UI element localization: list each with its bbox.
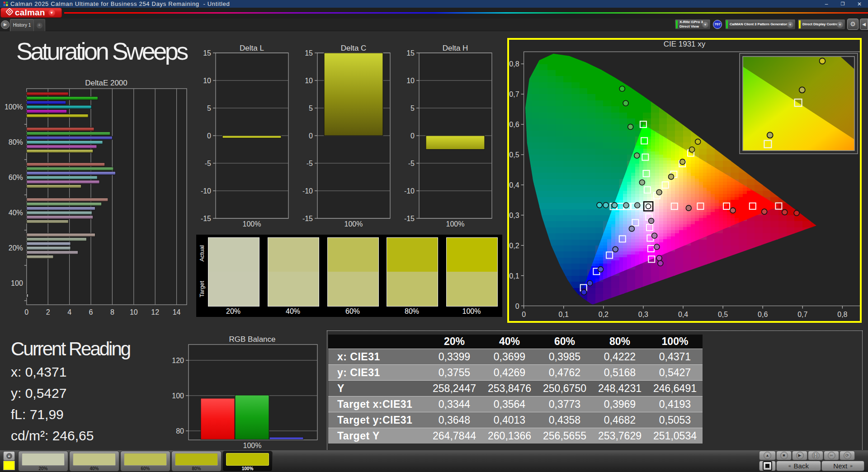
svg-text:0,3: 0,3	[509, 212, 519, 219]
svg-text:RGB Balance: RGB Balance	[229, 335, 276, 344]
svg-text:0,2: 0,2	[509, 242, 519, 250]
svg-text:100: 100	[172, 392, 184, 400]
svg-text:-15: -15	[201, 215, 211, 222]
svg-text:-5: -5	[408, 160, 415, 167]
svg-text:-10: -10	[201, 187, 211, 195]
svg-text:15: 15	[305, 49, 313, 57]
svg-text:-5: -5	[307, 160, 313, 167]
svg-text:2: 2	[46, 308, 50, 316]
svg-text:-15: -15	[302, 215, 313, 222]
svg-text:0,1: 0,1	[559, 311, 569, 318]
svg-text:Delta C: Delta C	[341, 44, 367, 52]
svg-text:0,5: 0,5	[509, 151, 519, 159]
svg-text:DeltaE 2000: DeltaE 2000	[85, 79, 127, 87]
svg-text:0,6: 0,6	[509, 121, 519, 128]
svg-text:4: 4	[67, 308, 71, 316]
svg-text:14: 14	[173, 308, 181, 316]
svg-text:15: 15	[406, 49, 415, 57]
svg-text:0,5: 0,5	[718, 311, 728, 318]
svg-text:100%: 100%	[344, 220, 363, 228]
svg-text:0: 0	[207, 132, 211, 140]
svg-text:5: 5	[207, 104, 211, 112]
svg-text:0,4: 0,4	[678, 311, 688, 318]
svg-text:6: 6	[89, 308, 93, 316]
svg-text:100%: 100%	[243, 442, 262, 449]
svg-text:10: 10	[406, 77, 415, 85]
svg-text:-5: -5	[205, 160, 211, 167]
svg-text:-10: -10	[404, 187, 415, 195]
svg-text:0: 0	[410, 132, 415, 140]
svg-text:120: 120	[172, 357, 184, 364]
svg-text:0,4: 0,4	[509, 181, 519, 189]
svg-text:0,7: 0,7	[509, 90, 519, 98]
svg-text:0,2: 0,2	[599, 311, 609, 318]
svg-text:15: 15	[203, 49, 211, 57]
svg-text:60%: 60%	[9, 174, 23, 181]
svg-text:0: 0	[522, 311, 526, 318]
svg-text:Delta H: Delta H	[443, 44, 468, 52]
svg-text:0: 0	[24, 308, 28, 316]
svg-text:0,8: 0,8	[509, 60, 519, 68]
svg-text:-15: -15	[404, 215, 415, 222]
svg-text:20%: 20%	[9, 244, 23, 252]
svg-text:0,1: 0,1	[509, 272, 519, 280]
svg-text:0,7: 0,7	[797, 311, 807, 318]
svg-text:0,8: 0,8	[837, 311, 847, 318]
svg-text:0: 0	[515, 302, 519, 310]
svg-text:100%: 100%	[446, 220, 465, 228]
svg-text:80%: 80%	[9, 138, 23, 146]
svg-text:Delta L: Delta L	[240, 44, 264, 52]
svg-text:100%: 100%	[243, 220, 261, 228]
svg-text:0,3: 0,3	[638, 311, 648, 318]
svg-text:8: 8	[110, 308, 114, 316]
svg-text:10: 10	[305, 77, 313, 85]
svg-text:40%: 40%	[9, 209, 23, 217]
svg-text:100%: 100%	[5, 103, 23, 111]
svg-text:12: 12	[151, 308, 159, 316]
svg-text:10: 10	[203, 77, 211, 85]
svg-text:0,6: 0,6	[758, 311, 768, 318]
svg-text:100: 100	[11, 279, 23, 287]
svg-text:CIE 1931 xy: CIE 1931 xy	[664, 40, 706, 48]
svg-text:80: 80	[176, 427, 184, 435]
svg-text:-10: -10	[302, 187, 313, 195]
svg-text:5: 5	[309, 104, 313, 112]
svg-text:5: 5	[410, 104, 415, 112]
svg-text:10: 10	[130, 308, 138, 316]
svg-text:0: 0	[309, 132, 313, 140]
